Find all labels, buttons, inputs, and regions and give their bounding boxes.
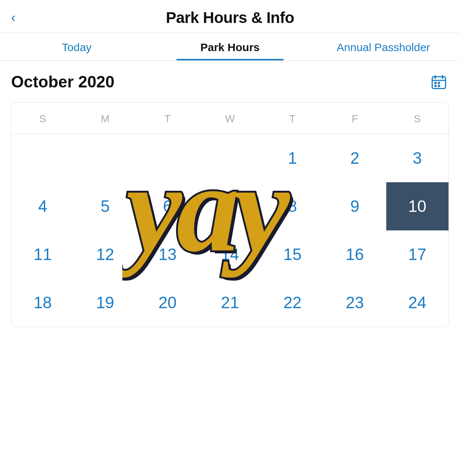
tab-annual-passholder[interactable]: Annual Passholder xyxy=(307,33,460,60)
calendar-day-24[interactable]: 24 xyxy=(386,279,449,327)
svg-rect-6 xyxy=(434,82,437,84)
calendar-day-headers: S M T W T F S xyxy=(11,103,449,134)
calendar-day-3[interactable]: 3 xyxy=(386,134,449,182)
day-header-wed: W xyxy=(199,103,261,134)
calendar-day-5[interactable]: 5 xyxy=(74,182,136,230)
calendar-month-title: October 2020 xyxy=(11,73,115,91)
svg-rect-4 xyxy=(442,75,443,79)
svg-rect-8 xyxy=(434,85,437,87)
calendar-day-empty xyxy=(74,134,136,182)
page-title: Park Hours & Info xyxy=(166,9,294,27)
tab-park-hours[interactable]: Park Hours xyxy=(153,33,307,60)
day-header-fri: F xyxy=(324,103,386,134)
svg-rect-9 xyxy=(438,85,440,87)
calendar-day-23[interactable]: 23 xyxy=(324,279,386,327)
calendar-day-14[interactable]: 14 xyxy=(199,230,261,279)
tab-bar: Today Park Hours Annual Passholder xyxy=(0,33,460,61)
day-header-sun: S xyxy=(11,103,74,134)
calendar-header: October 2020 xyxy=(11,72,449,92)
calendar-picker-button[interactable] xyxy=(429,72,449,92)
calendar-grid: S M T W T F S 12345678910111213141516171… xyxy=(11,103,449,327)
calendar-section: .yay-letter { font-family: Georgia, 'Tim… xyxy=(0,61,460,327)
calendar-week-3: 18192021222324 xyxy=(11,279,449,327)
calendar-day-9[interactable]: 9 xyxy=(324,182,386,230)
calendar-day-empty xyxy=(199,134,261,182)
day-header-tue: T xyxy=(136,103,199,134)
calendar-week-0: 123 xyxy=(11,134,449,182)
calendar-day-16[interactable]: 16 xyxy=(324,230,386,279)
calendar-day-18[interactable]: 18 xyxy=(11,279,74,327)
calendar-day-19[interactable]: 19 xyxy=(74,279,136,327)
calendar-body: 123456789101112131415161718192021222324 xyxy=(11,134,449,327)
day-header-thu: T xyxy=(261,103,324,134)
calendar-day-10[interactable]: 10 xyxy=(386,182,449,230)
calendar-day-17[interactable]: 17 xyxy=(386,230,449,279)
calendar-day-8[interactable]: 8 xyxy=(261,182,324,230)
calendar-day-7[interactable]: 7 xyxy=(199,182,261,230)
calendar-day-11[interactable]: 11 xyxy=(11,230,74,279)
calendar-day-13[interactable]: 13 xyxy=(136,230,199,279)
calendar-day-20[interactable]: 20 xyxy=(136,279,199,327)
calendar-day-15[interactable]: 15 xyxy=(261,230,324,279)
calendar-day-22[interactable]: 22 xyxy=(261,279,324,327)
calendar-day-12[interactable]: 12 xyxy=(74,230,136,279)
calendar-icon xyxy=(431,74,446,89)
day-header-sat: S xyxy=(386,103,449,134)
calendar-day-2[interactable]: 2 xyxy=(324,134,386,182)
svg-rect-7 xyxy=(438,82,440,84)
calendar-day-empty xyxy=(136,134,199,182)
calendar-day-empty xyxy=(11,134,74,182)
calendar-week-1: 45678910 xyxy=(11,182,449,230)
calendar-day-21[interactable]: 21 xyxy=(199,279,261,327)
svg-rect-3 xyxy=(434,75,436,79)
calendar-day-4[interactable]: 4 xyxy=(11,182,74,230)
day-header-mon: M xyxy=(74,103,136,134)
calendar-day-6[interactable]: 6 xyxy=(136,182,199,230)
tab-today[interactable]: Today xyxy=(0,33,153,60)
calendar-container: S M T W T F S 12345678910111213141516171… xyxy=(11,102,449,327)
calendar-week-2: 11121314151617 xyxy=(11,230,449,279)
back-button[interactable]: ‹ xyxy=(11,11,16,24)
calendar-day-1[interactable]: 1 xyxy=(261,134,324,182)
header: ‹ Park Hours & Info xyxy=(0,0,460,33)
